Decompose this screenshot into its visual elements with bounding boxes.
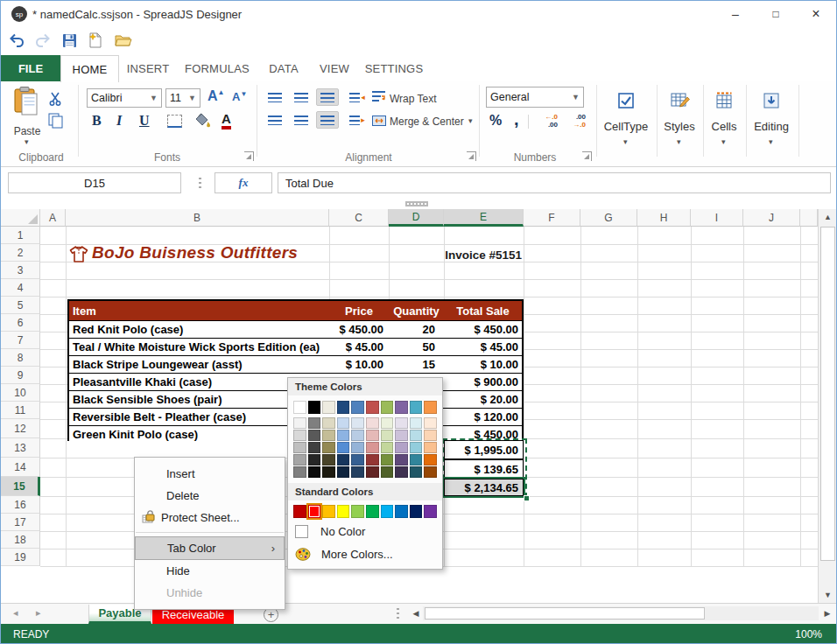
table-cell[interactable]: $ 10.00 [329, 358, 389, 371]
theme-color-swatch[interactable] [351, 442, 364, 453]
header-cell[interactable]: Quantity [389, 304, 444, 318]
tab-home[interactable]: HOME [60, 55, 119, 82]
column-header-H[interactable]: H [637, 209, 691, 227]
theme-color-swatch[interactable] [293, 430, 306, 441]
theme-color-swatch[interactable] [293, 466, 306, 478]
theme-color-swatch[interactable] [293, 417, 306, 429]
maximize-button[interactable]: □ [756, 1, 796, 27]
total-cell[interactable]: $ 2,134.65 [444, 479, 524, 496]
column-header-E[interactable]: E [444, 209, 524, 227]
column-header-B[interactable]: B [66, 209, 329, 227]
merge-center-dropdown-arrow[interactable]: ▾ [468, 116, 473, 125]
theme-color-swatch[interactable] [395, 454, 408, 466]
menu-item-protect-sheet[interactable]: Protect Sheet... [135, 507, 285, 528]
numbers-dialog-launcher-icon[interactable] [582, 151, 592, 161]
hscroll-left-icon[interactable]: ◀ [409, 606, 423, 620]
theme-color-swatch[interactable] [366, 417, 379, 429]
row-header-18[interactable]: 18 [1, 531, 40, 549]
total-cell[interactable]: $ 139.65 [444, 459, 524, 479]
table-cell[interactable]: Teal / White Moisture Wick Sports Editio… [69, 340, 329, 354]
tab-view[interactable]: VIEW [310, 55, 359, 81]
theme-color-swatch[interactable] [337, 401, 350, 414]
align-middle-button[interactable] [290, 88, 313, 106]
merge-center-label[interactable]: Merge & Center [390, 116, 464, 128]
theme-color-swatch[interactable] [395, 430, 408, 441]
styles-dropdown-arrow[interactable]: ▾ [677, 137, 681, 146]
theme-color-swatch[interactable] [410, 430, 423, 441]
theme-color-swatch[interactable] [395, 401, 408, 414]
standard-color-swatch[interactable] [308, 505, 321, 518]
standard-color-swatch[interactable] [337, 505, 350, 518]
theme-color-swatch[interactable] [410, 401, 423, 414]
table-cell[interactable]: 50 [389, 340, 444, 354]
celltype-button[interactable]: CellType [593, 120, 659, 133]
table-cell[interactable]: $ 120.00 [444, 410, 522, 424]
formula-bar-resize-grip[interactable] [405, 201, 428, 206]
editing-icon[interactable] [763, 92, 780, 113]
theme-color-swatch[interactable] [337, 442, 350, 453]
header-cell[interactable]: Price [329, 304, 389, 318]
standard-color-swatch[interactable] [366, 505, 379, 518]
new-document-icon[interactable] [85, 30, 106, 51]
editing-dropdown-arrow[interactable]: ▾ [769, 137, 773, 146]
column-header-A[interactable]: A [40, 209, 66, 227]
theme-color-swatch[interactable] [410, 466, 423, 478]
theme-color-swatch[interactable] [293, 442, 306, 453]
column-header-F[interactable]: F [524, 209, 580, 227]
theme-color-swatch[interactable] [322, 454, 335, 466]
row-header-10[interactable]: 10 [1, 384, 40, 402]
table-cell[interactable]: $ 450.00 [444, 428, 522, 441]
select-all-corner[interactable] [1, 209, 40, 227]
row-header-1[interactable]: 1 [1, 227, 40, 244]
celltype-icon[interactable] [617, 92, 635, 113]
menu-item-delete[interactable]: Delete [135, 485, 285, 507]
scroll-up-icon[interactable]: ▲ [818, 209, 837, 225]
copy-icon[interactable] [48, 113, 64, 132]
cells-button[interactable]: Cells [701, 120, 747, 133]
theme-color-swatch[interactable] [337, 430, 350, 441]
theme-color-swatch[interactable] [351, 401, 364, 414]
theme-color-swatch[interactable] [410, 417, 423, 429]
theme-color-swatch[interactable] [381, 454, 394, 466]
fx-button[interactable]: fx [215, 172, 272, 193]
italic-button[interactable]: I [116, 113, 122, 129]
menu-item-insert[interactable]: Insert [135, 463, 285, 485]
theme-color-swatch[interactable] [322, 430, 335, 441]
column-header-I[interactable]: I [691, 209, 743, 227]
theme-color-swatch[interactable] [366, 454, 379, 466]
table-cell[interactable]: $ 10.00 [444, 358, 522, 371]
row-header-5[interactable]: 5 [1, 297, 40, 314]
theme-color-swatch[interactable] [322, 401, 335, 414]
standard-color-swatch[interactable] [395, 505, 408, 518]
theme-color-swatch[interactable] [308, 401, 321, 414]
theme-color-swatch[interactable] [322, 442, 335, 453]
sheet-nav-left-icon[interactable]: ◂ [13, 607, 18, 619]
scroll-down-icon[interactable]: ▼ [818, 587, 837, 603]
number-format-select[interactable]: General▼ [486, 87, 584, 108]
undo-icon[interactable] [6, 30, 27, 51]
theme-color-swatch[interactable] [337, 466, 350, 478]
sheet-nav-right-icon[interactable]: ▸ [36, 607, 41, 619]
increase-decimal-button[interactable]: ←.0.00 [535, 113, 558, 129]
table-cell[interactable]: $ 450.00 [444, 323, 522, 336]
row-header-12[interactable]: 12 [1, 419, 40, 438]
horizontal-scrollbar-thumb[interactable] [425, 607, 705, 620]
theme-color-swatch[interactable] [410, 454, 423, 466]
row-header-3[interactable]: 3 [1, 262, 40, 279]
fill-color-button[interactable] [193, 113, 211, 132]
theme-color-swatch[interactable] [381, 401, 394, 414]
standard-color-swatch[interactable] [381, 505, 394, 518]
cells-icon[interactable] [715, 92, 733, 113]
cut-icon[interactable] [48, 92, 64, 109]
tab-data[interactable]: DATA [257, 55, 310, 81]
theme-color-swatch[interactable] [366, 430, 379, 441]
underline-button[interactable]: U [139, 113, 150, 129]
table-cell[interactable]: $ 20.00 [444, 393, 522, 406]
no-color-item[interactable]: No Color [288, 522, 442, 541]
row-header-2[interactable]: 2 [1, 244, 40, 262]
align-right-button[interactable] [316, 111, 339, 129]
theme-color-swatch[interactable] [424, 442, 437, 453]
row-header-6[interactable]: 6 [1, 314, 40, 332]
theme-color-swatch[interactable] [424, 454, 437, 466]
theme-color-swatch[interactable] [322, 466, 335, 478]
